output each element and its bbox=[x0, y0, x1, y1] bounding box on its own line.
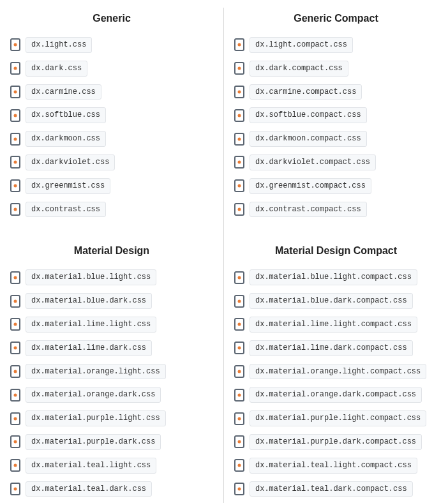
css-file-icon bbox=[10, 435, 20, 448]
file-row: dx.contrast.css bbox=[10, 202, 213, 218]
file-label: dx.material.teal.light.css bbox=[26, 458, 156, 474]
file-label: dx.material.orange.light.compact.css bbox=[250, 364, 426, 380]
css-file-icon bbox=[10, 203, 20, 216]
file-row: dx.material.purple.dark.css bbox=[10, 434, 213, 450]
css-file-icon bbox=[234, 62, 244, 75]
file-row: dx.material.lime.dark.compact.css bbox=[234, 340, 438, 356]
file-row: dx.softblue.css bbox=[10, 107, 213, 123]
css-file-icon bbox=[10, 459, 20, 472]
file-row: dx.darkviolet.css bbox=[10, 154, 213, 170]
file-label: dx.material.purple.light.css bbox=[26, 410, 166, 426]
section-title: Material Design bbox=[10, 245, 213, 257]
css-file-icon bbox=[10, 156, 20, 169]
file-label: dx.material.purple.dark.compact.css bbox=[250, 434, 422, 450]
css-file-icon bbox=[234, 318, 244, 331]
file-row: dx.carmine.compact.css bbox=[234, 84, 438, 100]
css-file-icon bbox=[234, 365, 244, 378]
file-label: dx.material.teal.dark.compact.css bbox=[250, 481, 413, 497]
file-row: dx.material.lime.light.css bbox=[10, 317, 213, 333]
file-label: dx.darkmoon.css bbox=[26, 131, 106, 147]
file-label: dx.material.lime.light.css bbox=[26, 317, 156, 333]
section-material-design: Material Design dx.material.blue.light.c… bbox=[0, 240, 224, 503]
css-file-icon bbox=[234, 342, 244, 354]
file-row: dx.light.compact.css bbox=[234, 37, 438, 53]
file-row: dx.material.teal.dark.css bbox=[10, 481, 213, 497]
css-file-icon bbox=[10, 86, 20, 98]
file-label: dx.softblue.css bbox=[26, 107, 106, 123]
css-file-icon bbox=[10, 179, 20, 192]
file-label: dx.material.teal.dark.css bbox=[26, 481, 152, 497]
file-label: dx.material.orange.dark.css bbox=[26, 387, 161, 403]
file-row: dx.dark.compact.css bbox=[234, 61, 438, 77]
css-file-icon bbox=[234, 179, 244, 192]
file-row: dx.material.lime.light.compact.css bbox=[234, 317, 438, 333]
file-row: dx.material.teal.light.css bbox=[10, 458, 213, 474]
css-file-icon bbox=[234, 412, 244, 425]
css-file-icon bbox=[10, 389, 20, 402]
file-row: dx.light.css bbox=[10, 37, 213, 53]
file-label: dx.material.purple.dark.css bbox=[26, 434, 161, 450]
css-file-icon bbox=[234, 109, 244, 122]
section-title: Generic Compact bbox=[234, 13, 438, 24]
css-file-icon bbox=[10, 271, 20, 284]
file-row: dx.material.blue.light.css bbox=[10, 269, 213, 285]
file-row: dx.material.purple.light.compact.css bbox=[234, 410, 438, 426]
file-label: dx.softblue.compact.css bbox=[250, 107, 367, 123]
sections-grid: Generic dx.light.css dx.dark.css dx.carm… bbox=[0, 8, 448, 503]
css-file-icon bbox=[10, 38, 20, 51]
file-row: dx.darkmoon.css bbox=[10, 131, 213, 147]
css-file-icon bbox=[10, 295, 20, 308]
file-row: dx.material.blue.dark.css bbox=[10, 293, 213, 309]
file-label: dx.dark.css bbox=[26, 61, 87, 77]
file-label: dx.carmine.css bbox=[26, 84, 101, 100]
section-title: Material Design Compact bbox=[234, 245, 438, 257]
file-label: dx.material.teal.light.compact.css bbox=[250, 458, 417, 474]
css-file-icon bbox=[234, 133, 244, 146]
file-row: dx.material.orange.light.css bbox=[10, 364, 213, 380]
file-row: dx.contrast.compact.css bbox=[234, 202, 438, 218]
css-file-icon bbox=[10, 365, 20, 378]
css-file-icon bbox=[10, 133, 20, 146]
file-row: dx.material.orange.light.compact.css bbox=[234, 364, 438, 380]
css-file-icon bbox=[10, 318, 20, 331]
css-file-icon bbox=[10, 342, 20, 354]
file-row: dx.material.teal.dark.compact.css bbox=[234, 481, 438, 497]
file-row: dx.material.blue.dark.compact.css bbox=[234, 293, 438, 309]
file-label: dx.material.orange.light.css bbox=[26, 364, 166, 380]
file-label: dx.light.css bbox=[26, 37, 92, 53]
css-file-icon bbox=[234, 295, 244, 308]
section-generic: Generic dx.light.css dx.dark.css dx.carm… bbox=[0, 8, 224, 240]
file-row: dx.dark.css bbox=[10, 61, 213, 77]
file-label: dx.material.blue.light.compact.css bbox=[250, 269, 417, 285]
file-row: dx.material.lime.dark.css bbox=[10, 340, 213, 356]
file-row: dx.greenmist.css bbox=[10, 178, 213, 194]
file-row: dx.greenmist.compact.css bbox=[234, 178, 438, 194]
section-material-design-compact: Material Design Compact dx.material.blue… bbox=[224, 240, 448, 503]
section-generic-compact: Generic Compact dx.light.compact.css dx.… bbox=[224, 8, 448, 240]
file-label: dx.material.blue.dark.compact.css bbox=[250, 293, 413, 309]
css-file-icon bbox=[10, 62, 20, 75]
file-row: dx.softblue.compact.css bbox=[234, 107, 438, 123]
file-label: dx.light.compact.css bbox=[250, 37, 353, 53]
file-label: dx.dark.compact.css bbox=[250, 61, 348, 77]
file-label: dx.darkviolet.css bbox=[26, 154, 115, 170]
file-label: dx.material.lime.dark.css bbox=[26, 340, 152, 356]
css-file-icon bbox=[10, 483, 20, 495]
file-row: dx.darkmoon.compact.css bbox=[234, 131, 438, 147]
css-file-icon bbox=[234, 271, 244, 284]
file-row: dx.material.blue.light.compact.css bbox=[234, 269, 438, 285]
file-label: dx.darkmoon.compact.css bbox=[250, 131, 367, 147]
css-file-icon bbox=[234, 38, 244, 51]
file-label: dx.contrast.compact.css bbox=[250, 202, 367, 218]
css-file-icon bbox=[234, 483, 244, 495]
file-label: dx.material.lime.light.compact.css bbox=[250, 317, 417, 333]
css-file-icon bbox=[10, 412, 20, 425]
section-title: Generic bbox=[10, 13, 213, 24]
file-label: dx.material.orange.dark.compact.css bbox=[250, 387, 422, 403]
css-file-icon bbox=[234, 86, 244, 98]
file-row: dx.material.purple.light.css bbox=[10, 410, 213, 426]
css-file-icon bbox=[234, 459, 244, 472]
file-label: dx.material.lime.dark.compact.css bbox=[250, 340, 413, 356]
file-label: dx.greenmist.css bbox=[26, 178, 110, 194]
file-label: dx.material.blue.dark.css bbox=[26, 293, 152, 309]
